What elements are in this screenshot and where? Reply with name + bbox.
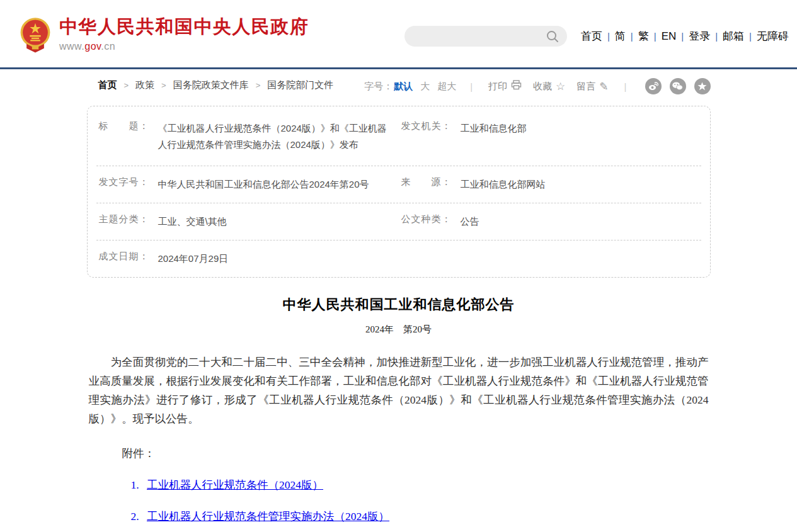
- site-url: www.gov.cn: [59, 41, 309, 52]
- meta-date-label: 成文日期：: [99, 251, 149, 263]
- meta-date-value: 2024年07月29日: [158, 251, 229, 267]
- qzone-icon[interactable]: [694, 78, 711, 94]
- nav-home[interactable]: 首页: [581, 30, 602, 42]
- site-brand: 中华人民共和国中央人民政府 www.gov.cn: [59, 18, 309, 52]
- meta-row-date: 成文日期： 2024年07月29日: [88, 241, 710, 277]
- national-emblem-icon: [19, 16, 52, 53]
- meta-doctype-label: 公文种类：: [401, 213, 452, 225]
- meta-row-docno: 发文字号： 中华人民共和国工业和信息化部公告2024年第20号 来 源： 工业和…: [88, 166, 710, 203]
- toolbar-separator: |: [624, 81, 627, 92]
- meta-category-label: 主题分类：: [99, 213, 149, 225]
- nav-login[interactable]: 登录: [689, 30, 710, 42]
- breadcrumb-home[interactable]: 首页: [98, 79, 117, 90]
- meta-category-value: 工业、交通\其他: [158, 213, 227, 230]
- wechat-icon[interactable]: [670, 78, 686, 94]
- search-icon[interactable]: [546, 30, 559, 43]
- weibo-icon[interactable]: [645, 78, 662, 94]
- nav-separator: |: [607, 31, 610, 42]
- meta-issuer-value: 工业和信息化部: [461, 120, 527, 137]
- toolbar-separator: |: [470, 81, 473, 92]
- printer-icon: [511, 80, 522, 93]
- nav-traditional[interactable]: 繁: [638, 30, 649, 42]
- favorite-button[interactable]: 收藏 ☆: [533, 80, 565, 93]
- font-size-xlarge-button[interactable]: 超大: [437, 81, 456, 93]
- breadcrumb-policy[interactable]: 政策: [135, 79, 154, 90]
- nav-mail[interactable]: 邮箱: [723, 30, 744, 42]
- breadcrumb: 首页>政策>国务院政策文件库>国务院部门文件: [98, 79, 334, 91]
- breadcrumb-toolbar-row: 首页>政策>国务院政策文件库>国务院部门文件 字号： 默认 大 超大 | 打印 …: [87, 69, 711, 102]
- nav-separator: |: [681, 31, 684, 42]
- print-button[interactable]: 打印: [488, 80, 522, 93]
- pencil-icon: ✎: [599, 80, 608, 93]
- article-subtitle: 2024年 第20号: [87, 324, 711, 336]
- breadcrumb-separator: >: [256, 81, 261, 90]
- breadcrumb-separator: >: [124, 81, 129, 90]
- nav-separator: |: [631, 31, 633, 42]
- document-meta-box: 标 题： 《工业机器人行业规范条件（2024版）》和《工业机器人行业规范条件管理…: [87, 106, 711, 278]
- nav-separator: |: [749, 31, 752, 42]
- meta-row-category: 主题分类： 工业、交通\其他 公文种类： 公告: [88, 203, 710, 240]
- font-size-label: 字号：: [364, 81, 393, 93]
- share-buttons: [637, 78, 711, 94]
- nav-english[interactable]: EN: [662, 30, 677, 42]
- nav-accessibility[interactable]: 无障碍: [757, 30, 789, 42]
- font-size-large-button[interactable]: 大: [420, 81, 430, 93]
- meta-source-value: 工业和信息化部网站: [461, 176, 546, 193]
- comment-button[interactable]: 留言 ✎: [576, 80, 608, 93]
- nav-separator: |: [715, 31, 718, 42]
- attachment-number: 2.: [131, 510, 139, 523]
- search-box[interactable]: [404, 26, 567, 47]
- meta-doctype-value: 公告: [461, 213, 479, 230]
- meta-title-value: 《工业机器人行业规范条件（2024版）》和《工业机器人行业规范条件管理实施办法（…: [158, 120, 389, 153]
- meta-source-label: 来 源：: [401, 176, 452, 188]
- meta-docno-value: 中华人民共和国工业和信息化部公告2024年第20号: [158, 176, 369, 193]
- breadcrumb-dept-docs[interactable]: 国务院部门文件: [267, 79, 333, 90]
- meta-title-label: 标 题：: [99, 120, 149, 132]
- article: 中华人民共和国工业和信息化部公告 2024年 第20号 为全面贯彻党的二十大和二…: [87, 295, 711, 532]
- breadcrumb-separator: >: [161, 81, 166, 90]
- attachment-link-2[interactable]: 工业机器人行业规范条件管理实施办法（2024版）: [147, 510, 389, 523]
- attachment-number: 1.: [131, 478, 139, 491]
- article-paragraph: 为全面贯彻党的二十大和二十届二中、三中全会精神，加快推进新型工业化，进一步加强工…: [89, 353, 709, 428]
- star-icon: ☆: [556, 80, 565, 93]
- meta-issuer-label: 发文机关：: [401, 120, 452, 132]
- font-size-default-button[interactable]: 默认: [394, 81, 413, 93]
- page-toolbar: 字号： 默认 大 超大 | 打印 收藏 ☆ 留言 ✎ |: [364, 78, 710, 94]
- nav-simplified[interactable]: 简: [615, 30, 626, 42]
- site-title: 中华人民共和国中央人民政府: [59, 18, 309, 36]
- attachment-item: 2. 工业机器人行业规范条件管理实施办法（2024版）: [131, 509, 711, 524]
- attachment-link-1[interactable]: 工业机器人行业规范条件（2024版）: [147, 478, 323, 491]
- article-title: 中华人民共和国工业和信息化部公告: [87, 295, 711, 314]
- site-header: 中华人民共和国中央人民政府 www.gov.cn 首页|简|繁|EN|登录|邮箱…: [0, 0, 797, 69]
- search-input[interactable]: [404, 31, 546, 42]
- site-logo[interactable]: 中华人民共和国中央人民政府 www.gov.cn: [19, 16, 309, 53]
- attachments-label: 附件：: [122, 446, 711, 461]
- nav-separator: |: [654, 31, 657, 42]
- attachment-item: 1. 工业机器人行业规范条件（2024版）: [131, 477, 711, 492]
- breadcrumb-policy-library[interactable]: 国务院政策文件库: [173, 79, 249, 90]
- meta-row-title: 标 题： 《工业机器人行业规范条件（2024版）》和《工业机器人行业规范条件管理…: [88, 106, 710, 166]
- top-nav: 首页|简|繁|EN|登录|邮箱|无障碍: [581, 29, 789, 43]
- meta-docno-label: 发文字号：: [99, 176, 149, 188]
